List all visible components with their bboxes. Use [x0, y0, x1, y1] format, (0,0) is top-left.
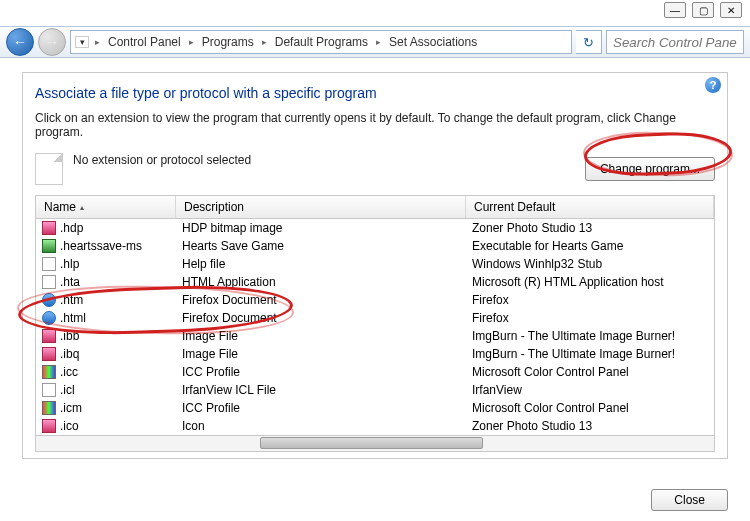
table-row[interactable]: .hdpHDP bitmap imageZoner Photo Studio 1…	[36, 219, 714, 237]
main-panel: ? Associate a file type or protocol with…	[22, 72, 728, 459]
file-type-icon	[42, 239, 56, 253]
table-row[interactable]: .hlpHelp fileWindows Winhlp32 Stub	[36, 255, 714, 273]
file-type-icon	[42, 347, 56, 361]
table-row[interactable]: .ibqImage FileImgBurn - The Ultimate Ima…	[36, 345, 714, 363]
help-icon[interactable]: ?	[705, 77, 721, 93]
default-program-label: ImgBurn - The Ultimate Image Burner!	[466, 347, 714, 361]
file-type-icon	[42, 311, 56, 325]
description-label: Hearts Save Game	[176, 239, 466, 253]
table-row[interactable]: .htmlFirefox DocumentFirefox	[36, 309, 714, 327]
navigation-bar: ← → ▾ ▸ Control Panel ▸ Programs ▸ Defau…	[0, 26, 750, 58]
table-row[interactable]: .htaHTML ApplicationMicrosoft (R) HTML A…	[36, 273, 714, 291]
extension-label: .ico	[60, 419, 79, 433]
page-title: Associate a file type or protocol with a…	[35, 85, 715, 101]
extension-label: .heartssave-ms	[60, 239, 142, 253]
file-type-icon	[42, 383, 56, 397]
default-program-label: Microsoft (R) HTML Application host	[466, 275, 714, 289]
default-program-label: Zoner Photo Studio 13	[466, 221, 714, 235]
search-input[interactable]	[606, 30, 744, 54]
file-type-icon	[42, 419, 56, 433]
column-current-default[interactable]: Current Default	[466, 196, 714, 218]
table-row[interactable]: .heartssave-msHearts Save GameExecutable…	[36, 237, 714, 255]
extension-label: .icm	[60, 401, 82, 415]
description-label: IrfanView ICL File	[176, 383, 466, 397]
column-description[interactable]: Description	[176, 196, 466, 218]
column-name[interactable]: Name ▴	[36, 196, 176, 218]
extension-label: .htm	[60, 293, 83, 307]
description-label: ICC Profile	[176, 401, 466, 415]
extension-label: .hlp	[60, 257, 79, 271]
extension-label: .icl	[60, 383, 75, 397]
description-label: Firefox Document	[176, 293, 466, 307]
description-label: Image File	[176, 329, 466, 343]
breadcrumb-dropdown[interactable]: ▾	[75, 36, 89, 48]
file-type-icon	[42, 257, 56, 271]
file-type-icon	[42, 401, 56, 415]
default-program-label: Zoner Photo Studio 13	[466, 419, 714, 433]
breadcrumb-control-panel[interactable]: Control Panel	[104, 35, 185, 49]
sort-ascending-icon: ▴	[80, 203, 84, 212]
extension-label: .hdp	[60, 221, 83, 235]
blank-file-icon	[35, 153, 63, 185]
instruction-text: Click on an extension to view the progra…	[35, 111, 715, 139]
description-label: HTML Application	[176, 275, 466, 289]
table-body[interactable]: .hdpHDP bitmap imageZoner Photo Studio 1…	[36, 219, 714, 435]
default-program-label: Microsoft Color Control Panel	[466, 401, 714, 415]
default-program-label: Firefox	[466, 311, 714, 325]
no-extension-label: No extension or protocol selected	[73, 153, 575, 167]
extension-label: .hta	[60, 275, 80, 289]
file-type-icon	[42, 365, 56, 379]
chevron-right-icon: ▸	[187, 37, 196, 47]
file-type-icon	[42, 221, 56, 235]
table-row[interactable]: .iclIrfanView ICL FileIrfanView	[36, 381, 714, 399]
table-header: Name ▴ Description Current Default	[36, 196, 714, 219]
description-label: Help file	[176, 257, 466, 271]
breadcrumb-default-programs[interactable]: Default Programs	[271, 35, 372, 49]
chevron-right-icon: ▸	[260, 37, 269, 47]
chevron-right-icon: ▸	[93, 37, 102, 47]
horizontal-scrollbar[interactable]	[36, 435, 714, 451]
back-button[interactable]: ←	[6, 28, 34, 56]
change-program-button[interactable]: Change program...	[585, 157, 715, 181]
extension-label: .icc	[60, 365, 78, 379]
extension-label: .ibq	[60, 347, 79, 361]
description-label: ICC Profile	[176, 365, 466, 379]
default-program-label: IrfanView	[466, 383, 714, 397]
breadcrumb-programs[interactable]: Programs	[198, 35, 258, 49]
scroll-thumb[interactable]	[260, 437, 484, 449]
table-row[interactable]: .htmFirefox DocumentFirefox	[36, 291, 714, 309]
default-program-label: Windows Winhlp32 Stub	[466, 257, 714, 271]
description-label: HDP bitmap image	[176, 221, 466, 235]
file-type-icon	[42, 329, 56, 343]
default-program-label: ImgBurn - The Ultimate Image Burner!	[466, 329, 714, 343]
refresh-button[interactable]: ↻	[576, 30, 602, 54]
description-label: Firefox Document	[176, 311, 466, 325]
breadcrumb-set-associations[interactable]: Set Associations	[385, 35, 481, 49]
chevron-right-icon: ▸	[374, 37, 383, 47]
breadcrumb[interactable]: ▾ ▸ Control Panel ▸ Programs ▸ Default P…	[70, 30, 572, 54]
close-window-button[interactable]: ✕	[720, 2, 742, 18]
table-row[interactable]: .iccICC ProfileMicrosoft Color Control P…	[36, 363, 714, 381]
description-label: Image File	[176, 347, 466, 361]
default-program-label: Executable for Hearts Game	[466, 239, 714, 253]
description-label: Icon	[176, 419, 466, 433]
associations-table: Name ▴ Description Current Default .hdpH…	[35, 195, 715, 452]
file-type-icon	[42, 275, 56, 289]
table-row[interactable]: .ibbImage FileImgBurn - The Ultimate Ima…	[36, 327, 714, 345]
table-row[interactable]: .icoIconZoner Photo Studio 13	[36, 417, 714, 435]
table-row[interactable]: .icmICC ProfileMicrosoft Color Control P…	[36, 399, 714, 417]
forward-button[interactable]: →	[38, 28, 66, 56]
default-program-label: Microsoft Color Control Panel	[466, 365, 714, 379]
minimize-button[interactable]: —	[664, 2, 686, 18]
close-button[interactable]: Close	[651, 489, 728, 511]
extension-label: .ibb	[60, 329, 79, 343]
default-program-label: Firefox	[466, 293, 714, 307]
extension-label: .html	[60, 311, 86, 325]
column-name-label: Name	[44, 200, 76, 214]
maximize-button[interactable]: ▢	[692, 2, 714, 18]
file-type-icon	[42, 293, 56, 307]
